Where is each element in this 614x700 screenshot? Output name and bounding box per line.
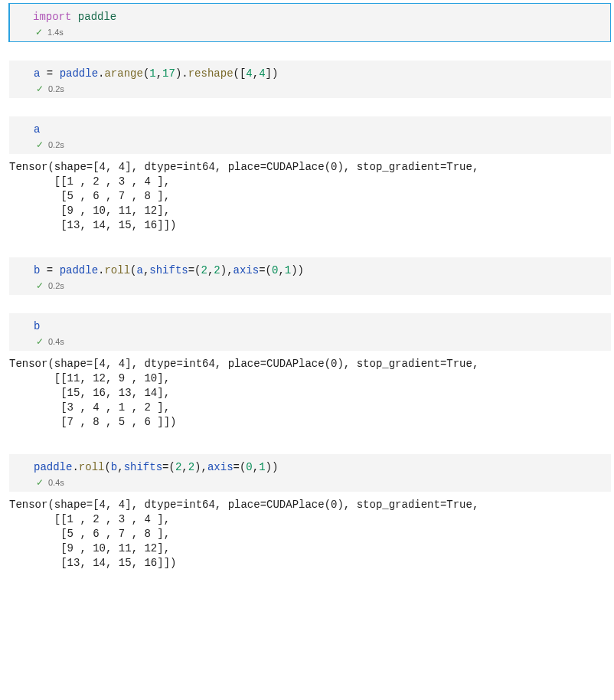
exec-time: 0.4s: [48, 337, 64, 346]
code-token: ): [298, 264, 304, 276]
code-token: axis: [207, 461, 234, 473]
code-token: ,: [227, 264, 233, 276]
cell-input[interactable]: import paddle✓1.4s: [8, 3, 611, 42]
code-token: b: [111, 461, 117, 473]
cell-input[interactable]: a✓0.2s: [9, 116, 611, 154]
exec-time: 0.2s: [48, 281, 64, 290]
code-token: =: [47, 264, 53, 276]
code-token: 1: [285, 264, 291, 276]
notebook-cell[interactable]: a✓0.2sTensor(shape=[4, 4], dtype=int64, …: [9, 116, 611, 239]
code-token: =: [259, 264, 265, 276]
code-token: 2: [214, 264, 220, 276]
code-token: 4: [246, 67, 252, 80]
notebook-cell[interactable]: b✓0.4sTensor(shape=[4, 4], dtype=int64, …: [9, 313, 611, 436]
exec-time: 0.2s: [48, 140, 64, 149]
code-token: ,: [201, 461, 207, 473]
code-token: 2: [201, 264, 207, 276]
code-token: paddle: [78, 11, 116, 23]
code-token: a: [34, 123, 40, 136]
code-token: 0: [246, 461, 252, 473]
code-token: axis: [234, 264, 260, 276]
exec-time: 0.4s: [48, 478, 64, 487]
notebook-cell[interactable]: import paddle✓1.4s: [8, 3, 611, 42]
code-token: paddle: [60, 264, 98, 276]
cell-input[interactable]: b✓0.4s: [9, 313, 611, 351]
cell-status-bar: ✓0.2s: [34, 81, 605, 96]
code-token: shifts: [149, 264, 188, 276]
code-token: 4: [259, 67, 265, 80]
code-token: ,: [253, 461, 259, 473]
code-token: [40, 264, 46, 276]
code-token: paddle: [60, 67, 98, 80]
notebook-cell[interactable]: b = paddle.roll(a,shifts=(2,2),axis=(0,1…: [9, 257, 611, 295]
code-token: arange: [104, 67, 142, 80]
cell-status-bar: ✓0.2s: [34, 137, 605, 152]
code-token: .: [72, 461, 78, 473]
notebook-cell[interactable]: paddle.roll(b,shifts=(2,2),axis=(0,1))✓0…: [9, 454, 611, 577]
check-icon: ✓: [36, 478, 44, 487]
code-token: 2: [188, 461, 194, 473]
notebook-cell[interactable]: a = paddle.arange(1,17).reshape([4,4])✓0…: [9, 61, 611, 98]
code-token: shifts: [124, 461, 162, 473]
code-token: roll: [104, 264, 130, 276]
code-token: (: [266, 264, 272, 276]
code-token: paddle: [34, 461, 72, 473]
code-token: ): [272, 461, 278, 473]
code-token: [71, 11, 77, 23]
code-token: ): [272, 67, 278, 80]
check-icon: ✓: [35, 28, 43, 37]
cell-input[interactable]: paddle.roll(b,shifts=(2,2),axis=(0,1))✓0…: [9, 454, 611, 492]
code-token: (: [168, 461, 175, 473]
cell-output: Tensor(shape=[4, 4], dtype=int64, place=…: [9, 351, 611, 436]
code-token: ): [266, 461, 272, 473]
code-token: =: [188, 264, 194, 276]
code-token: ]: [266, 67, 272, 80]
code-token: roll: [79, 461, 105, 473]
code-token: [40, 67, 46, 80]
exec-time: 0.2s: [48, 84, 64, 93]
code-token: ,: [278, 264, 284, 276]
code-token: 1: [149, 67, 155, 80]
code-token: ,: [253, 67, 259, 80]
code-token: (: [234, 67, 240, 80]
cell-status-bar: ✓1.4s: [33, 25, 604, 40]
code-token: [53, 67, 59, 80]
code-token: reshape: [188, 67, 234, 80]
code-line[interactable]: b = paddle.roll(a,shifts=(2,2),axis=(0,1…: [34, 263, 605, 278]
notebook-container: import paddle✓1.4sa = paddle.arange(1,17…: [0, 3, 611, 577]
code-token: import: [33, 11, 71, 23]
cell-status-bar: ✓0.2s: [34, 278, 605, 293]
code-token: a: [136, 264, 142, 276]
exec-time: 1.4s: [47, 28, 64, 37]
code-token: =: [47, 67, 53, 80]
code-token: ,: [181, 461, 188, 473]
code-token: .: [181, 67, 188, 80]
code-line[interactable]: a: [34, 123, 605, 137]
code-token: (: [104, 461, 110, 473]
cell-output: Tensor(shape=[4, 4], dtype=int64, place=…: [9, 492, 611, 577]
code-token: ,: [156, 67, 162, 80]
code-token: ): [291, 264, 297, 276]
code-token: ,: [117, 461, 123, 473]
code-line[interactable]: paddle.roll(b,shifts=(2,2),axis=(0,1)): [34, 460, 605, 475]
cell-input[interactable]: b = paddle.roll(a,shifts=(2,2),axis=(0,1…: [9, 257, 611, 295]
code-line[interactable]: import paddle: [33, 10, 604, 25]
cell-input[interactable]: a = paddle.arange(1,17).reshape([4,4])✓0…: [9, 61, 611, 98]
check-icon: ✓: [36, 337, 44, 346]
code-token: ): [194, 461, 201, 473]
cell-output: Tensor(shape=[4, 4], dtype=int64, place=…: [9, 154, 611, 239]
cell-status-bar: ✓0.4s: [34, 475, 605, 490]
check-icon: ✓: [36, 281, 44, 290]
code-token: 17: [162, 67, 175, 80]
code-token: =: [234, 461, 240, 473]
code-line[interactable]: b: [34, 319, 605, 334]
code-line[interactable]: a = paddle.arange(1,17).reshape([4,4]): [34, 67, 605, 81]
check-icon: ✓: [36, 140, 44, 149]
code-token: ): [220, 264, 227, 276]
check-icon: ✓: [36, 84, 44, 93]
code-token: b: [34, 320, 40, 332]
cell-status-bar: ✓0.4s: [34, 334, 605, 349]
code-token: (: [194, 264, 201, 276]
code-token: [53, 264, 59, 276]
code-token: 1: [259, 461, 265, 473]
